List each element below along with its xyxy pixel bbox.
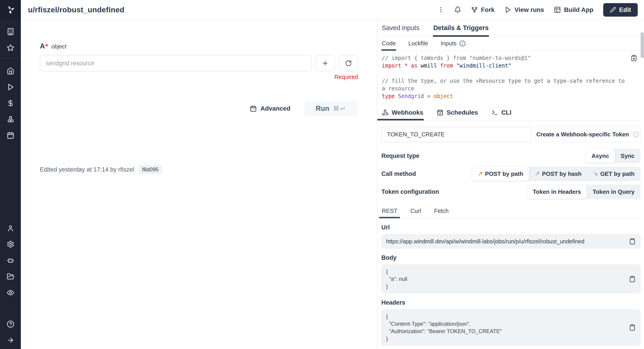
resource-input[interactable] [40,55,312,71]
copy-code-button[interactable] [630,55,637,62]
tab-webhooks-label: Webhooks [392,109,423,116]
sidebar-collapse-button[interactable] [0,335,21,346]
sidebar-item-schedules[interactable] [0,130,21,141]
sidebar-item-audit-logs[interactable] [0,287,21,298]
sidebar-item-variables[interactable] [0,98,21,109]
sidebar-item-resources[interactable] [0,114,21,125]
token-input[interactable] [382,127,531,142]
sidebar-item-favorites[interactable] [0,42,21,53]
headers-box: { "Content-Type": "application/json", "A… [382,309,640,346]
copy-body-button[interactable] [629,276,636,282]
run-shortcut: ⌘↵ [333,105,346,112]
build-app-label: Build App [564,6,593,14]
tab-webhooks[interactable]: Webhooks [382,105,424,120]
tab-details-triggers[interactable]: Details & Triggers [433,20,489,37]
version-hash-badge[interactable]: f8d095 [138,165,162,174]
windmill-logo[interactable] [0,0,21,20]
notifications-button[interactable] [454,6,461,13]
arrow-up-right-icon: ↗ [478,170,483,177]
panel-scrollbar[interactable] [641,33,644,58]
headers-label: Headers [382,299,640,306]
eye-icon [7,289,14,296]
arrow-up-right-icon: ↗ [535,170,540,177]
sidebar-item-folders[interactable] [0,271,21,282]
copy-url-button[interactable] [629,238,636,245]
info-icon [459,40,466,47]
headers-value: { "Content-Type": "application/json", "A… [386,313,624,342]
tab-rest[interactable]: REST [382,205,398,218]
clipboard-icon [629,276,636,282]
request-type-async[interactable]: Async [586,149,615,163]
folder-open-icon [7,273,14,280]
url-label: Url [382,224,640,231]
call-method-get-by-path-label: GET by path [600,170,634,177]
terminal-icon [492,109,498,116]
clipboard-copy-icon [630,55,637,62]
advanced-label: Advanced [260,105,290,112]
body-label: Body [382,254,640,261]
call-method-post-by-path-label: POST by path [485,170,523,177]
token-in-query[interactable]: Token in Query [587,185,640,199]
url-box: https://app.windmill.dev/api/w/windmill-… [382,234,640,248]
tab-lockfile[interactable]: Lockfile [408,37,428,51]
tab-saved-inputs[interactable]: Saved inputs [382,20,420,37]
create-webhook-token-button[interactable]: Create a Webhook-specific Token [535,127,640,142]
edit-label: Edit [619,6,631,14]
call-method-label: Call method [382,170,416,177]
copy-headers-button[interactable] [629,324,636,331]
sidebar-item-users[interactable] [0,222,21,234]
tab-inputs[interactable]: Inputs [440,37,466,51]
calendar-icon [7,132,14,139]
sidebar-item-help[interactable] [0,318,21,330]
details-panel: Saved inputs Details & Triggers Code Loc… [377,20,644,349]
call-method-get-by-path[interactable]: ↘ GET by path [587,167,640,181]
advanced-button[interactable]: Advanced [250,105,290,112]
sidebar-item-runs[interactable] [0,81,21,93]
plus-icon [322,60,328,67]
tab-schedules[interactable]: Schedules [436,105,478,120]
call-method-post-by-hash-label: POST by hash [542,170,582,177]
tab-fetch[interactable]: Fetch [434,205,449,218]
calendar-check-icon [437,109,444,116]
add-resource-button[interactable] [316,55,335,71]
url-value: https://app.windmill.dev/api/w/windmill-… [386,238,584,245]
panel-tabs: Saved inputs Details & Triggers [382,20,640,37]
tab-cli-label: CLI [501,109,511,116]
sidebar-item-workers[interactable] [0,255,21,266]
refresh-button[interactable] [339,55,358,71]
robot-icon [7,257,14,264]
sidebar-item-home[interactable] [0,65,21,77]
star-icon [7,44,14,52]
layout-grid-icon [554,6,561,13]
request-type-sync[interactable]: Sync [615,149,640,163]
sidebar-item-settings[interactable] [0,239,21,250]
trigger-tabs: Webhooks Schedules CLI [382,105,640,120]
sidebar-item-workspace[interactable] [0,26,21,37]
sidebar [0,0,21,349]
view-runs-label: View runs [514,6,544,14]
body-box: { "a": null } [382,264,640,293]
run-button[interactable]: Run ⌘↵ [304,101,358,116]
build-app-button[interactable]: Build App [554,6,593,14]
call-method-post-by-path[interactable]: ↗ POST by path [472,167,529,181]
view-runs-button[interactable]: View runs [504,6,544,14]
body-value: { "a": null } [386,268,624,290]
user-icon [7,224,14,232]
request-type-label: Request type [382,153,420,159]
run-form-area: A * object [21,20,377,349]
snippet-tabs: REST Curl Fetch [382,205,640,218]
fork-button[interactable]: Fork [471,6,495,14]
webhook-icon [382,109,388,116]
tab-schedules-label: Schedules [446,109,478,116]
edit-button[interactable]: Edit [603,3,638,17]
tab-cli[interactable]: CLI [491,105,512,120]
cubes-icon [7,116,14,123]
more-menu-button[interactable] [438,6,444,13]
clipboard-icon [629,324,636,331]
call-method-toggle: ↗ POST by path ↗ POST by hash ↘ GET by p… [472,167,640,181]
help-circle-icon [7,320,14,328]
tab-code[interactable]: Code [382,37,396,51]
call-method-post-by-hash[interactable]: ↗ POST by hash [529,167,587,181]
token-in-headers[interactable]: Token in Headers [527,185,587,199]
tab-curl[interactable]: Curl [410,205,422,218]
